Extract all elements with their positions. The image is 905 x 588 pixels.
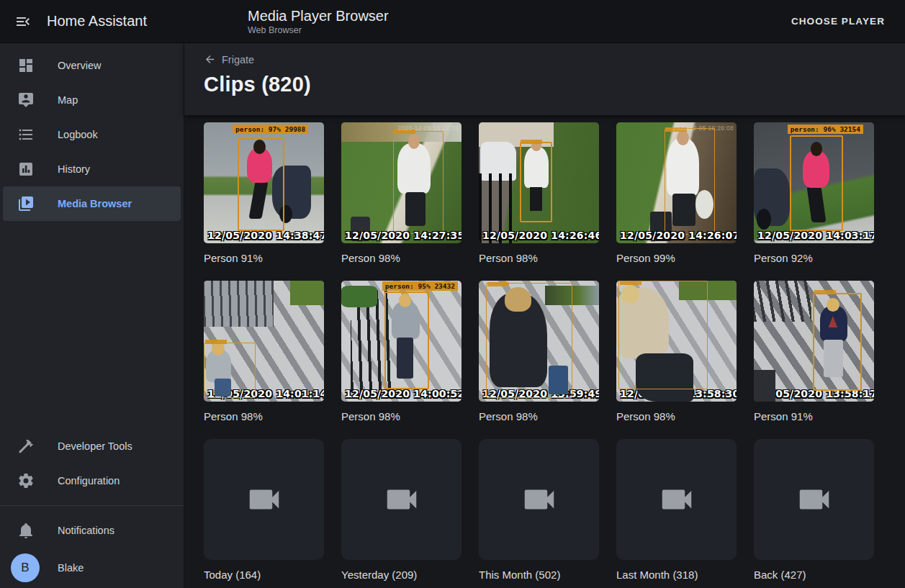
clip-label: Person 98% (341, 251, 461, 266)
detection-bounding-box (204, 343, 256, 398)
page-subtitle: Web Browser (248, 24, 389, 36)
clip-timestamp-overlay: 12/05/2020 14:03:17 (757, 230, 874, 241)
clip-item[interactable]: 12/05/2020 14:01:14 Person 98% (204, 281, 324, 424)
folder-label: Back (427) (754, 568, 874, 582)
clip-thumbnail[interactable]: person: 95% 23432 12/05/2020 14:00:52 (341, 281, 461, 402)
sidebar-item-label: Notifications (58, 525, 114, 536)
clip-timestamp-overlay: 12/05/2020 14:26:46 (482, 230, 599, 241)
clip-item[interactable]: 12/05/2020 14:26:46 Person 98% (479, 122, 599, 266)
clip-thumbnail[interactable]: person: 97% 29988 12/05/2020 14:38:47 (204, 122, 324, 243)
detection-bounding-box (813, 293, 862, 391)
account-tooltip-icon (17, 91, 35, 109)
folder-item[interactable]: Yesterday (209) (341, 439, 461, 582)
clip-item[interactable]: 12/05/2020 13:59:49 Person 98% (479, 281, 599, 424)
clip-item[interactable]: 2020-12-05 16:27:35 12/05/2020 14:27:35 … (341, 122, 461, 266)
clip-timestamp-overlay: 12/05/2020 14:26:07 (620, 230, 737, 241)
folder-card[interactable] (754, 439, 874, 560)
clip-thumbnail[interactable]: 12/05/2020 13:59:49 (479, 281, 599, 402)
clip-thumbnail[interactable]: person: 96% 32154 12/05/2020 14:03:17 (754, 122, 874, 243)
video-camera-icon (795, 480, 834, 519)
clip-item[interactable]: 12/05/2020 13:58:17 Person 91% (754, 281, 874, 424)
clip-label: Person 91% (754, 410, 874, 424)
clip-timestamp-overlay: 12/05/2020 14:00:52 (345, 388, 461, 399)
folder-item[interactable]: Back (427) (754, 439, 874, 582)
hammer-icon (17, 438, 35, 455)
media-grid-area: person: 97% 29988 12/05/2020 14:38:47 Pe… (184, 115, 905, 588)
gear-icon (17, 472, 35, 489)
bulleted-list-icon (17, 126, 35, 143)
folder-card[interactable] (341, 439, 461, 560)
dashboard-icon (17, 57, 35, 74)
video-camera-icon (657, 480, 696, 519)
sidebar-item-developer-tools[interactable]: Developer Tools (3, 429, 181, 463)
clip-item[interactable]: person: 95% 23432 12/05/2020 14:00:52 Pe… (341, 281, 461, 424)
clip-label: Person 98% (204, 410, 324, 424)
folder-item[interactable]: This Month (502) (479, 439, 599, 582)
detection-chip: person: 96% 32154 (788, 125, 863, 134)
folder-item[interactable]: Last Month (318) (616, 439, 737, 582)
play-box-multiple-icon (17, 195, 35, 212)
detection-bounding-box (384, 291, 429, 389)
app-bar: Home Assistant Media Player Browser Web … (0, 0, 905, 43)
clip-thumbnail[interactable]: 2020-12-05 16:26:08 12/05/2020 14:26:07 (616, 122, 737, 243)
folder-card[interactable] (479, 439, 599, 560)
folder-card[interactable] (204, 439, 324, 560)
clip-label: Person 98% (479, 251, 599, 266)
detection-chip: person: 97% 29988 (233, 125, 308, 134)
sidebar-item-configuration[interactable]: Configuration (3, 463, 181, 498)
page-heading: Clips (820) (204, 73, 905, 96)
clip-thumbnail[interactable]: 12/05/2020 14:01:14 (204, 281, 324, 402)
sidebar-item-label: Developer Tools (58, 440, 132, 452)
clip-label: Person 99% (616, 251, 737, 266)
sidebar-item-label: Logbook (58, 129, 98, 140)
breadcrumb-label: Frigate (222, 54, 254, 65)
folder-label: Last Month (318) (616, 568, 737, 582)
clip-item[interactable]: person: 96% 32154 12/05/2020 14:03:17 Pe… (754, 122, 874, 266)
clip-item[interactable]: person: 97% 29988 12/05/2020 14:38:47 Pe… (204, 122, 324, 266)
clip-thumbnail[interactable]: 12/05/2020 13:58:30 (616, 281, 737, 402)
sidebar-item-label: Overview (58, 60, 101, 71)
sidebar-item-label: Configuration (58, 475, 120, 487)
detection-chip-small (205, 340, 227, 344)
clip-label: Person 98% (616, 410, 737, 424)
main-content: Frigate Clips (820) person: 97% 29988 (184, 43, 905, 588)
user-avatar: B (11, 553, 40, 582)
folder-card[interactable] (616, 439, 737, 560)
app-bar-left: Home Assistant (0, 13, 184, 30)
sidebar-item-logbook[interactable]: Logbook (3, 117, 181, 152)
sidebar-item-notifications[interactable]: Notifications (3, 513, 181, 548)
page-title: Media Player Browser (248, 7, 389, 24)
breadcrumb-back-link[interactable]: Frigate (204, 53, 254, 65)
detection-bounding-box (486, 283, 572, 398)
detection-bounding-box (665, 128, 715, 235)
sidebar-item-label: History (58, 163, 90, 175)
sidebar-item-media-browser[interactable]: Media Browser (3, 186, 181, 221)
clip-item[interactable]: 12/05/2020 13:58:30 Person 98% (616, 281, 737, 424)
sidebar-item-history[interactable]: History (3, 152, 181, 186)
sidebar-item-user[interactable]: B Blake (3, 548, 181, 588)
detection-chip-small (521, 140, 542, 144)
sidebar-item-map[interactable]: Map (3, 83, 181, 117)
detection-chip: person: 95% 23432 (382, 281, 458, 291)
folder-item[interactable]: Today (164) (204, 439, 324, 582)
detection-bounding-box (393, 131, 444, 234)
detection-bounding-box (618, 281, 708, 389)
content-header: Frigate Clips (820) (184, 43, 905, 115)
body-row: Overview Map Logbook History (0, 43, 905, 588)
sidebar-item-label: Media Browser (58, 198, 132, 209)
clip-label: Person 91% (204, 251, 324, 266)
camera-timestamp: 2020-12-05 16:27:35 (397, 125, 459, 132)
video-camera-icon (245, 480, 284, 519)
video-camera-icon (382, 480, 421, 519)
clip-thumbnail[interactable]: 2020-12-05 16:27:35 12/05/2020 14:27:35 (341, 122, 461, 243)
detection-chip-small (487, 282, 509, 286)
choose-player-button[interactable]: CHOOSE PLAYER (785, 10, 891, 32)
clip-thumbnail[interactable]: 12/05/2020 14:26:46 (479, 122, 599, 243)
sidebar-item-overview[interactable]: Overview (3, 48, 181, 83)
menu-open-icon[interactable] (14, 13, 32, 30)
clip-thumbnail[interactable]: 12/05/2020 13:58:17 (754, 281, 874, 402)
folder-label: This Month (502) (479, 568, 599, 582)
clip-item[interactable]: 2020-12-05 16:26:08 12/05/2020 14:26:07 … (616, 122, 737, 266)
stroller-figure (754, 168, 790, 227)
folder-label: Today (164) (204, 568, 324, 582)
